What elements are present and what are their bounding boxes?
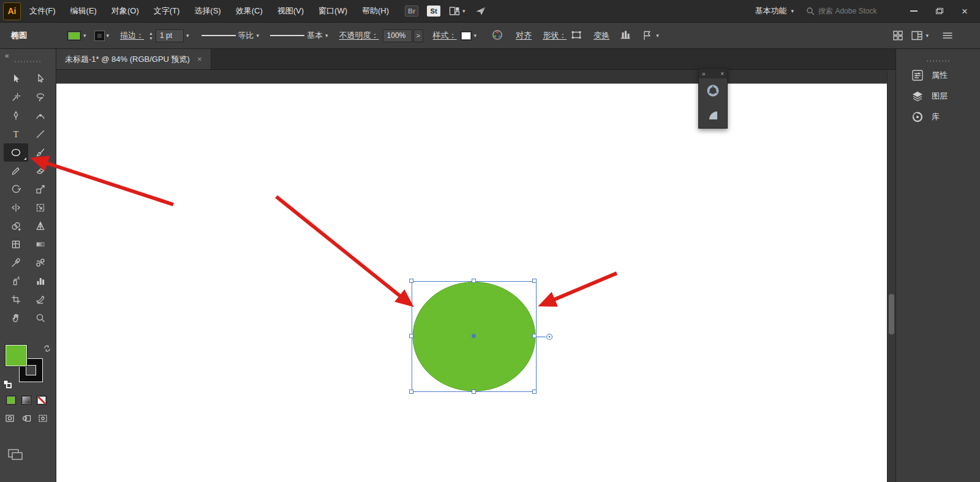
selection-tool[interactable] xyxy=(4,70,28,88)
perspective-grid-tool[interactable] xyxy=(28,217,53,235)
selection-handle[interactable] xyxy=(409,390,413,394)
color-wheel-panel-icon[interactable] xyxy=(699,78,727,103)
blend-tool[interactable] xyxy=(28,254,53,272)
live-shape-widget[interactable] xyxy=(536,333,554,341)
column-graph-tool[interactable] xyxy=(28,272,53,290)
none-button[interactable] xyxy=(37,396,47,405)
stroke-weight-field[interactable]: 1 pt ▾ xyxy=(156,29,189,42)
shape-panel-link[interactable]: 形状： xyxy=(543,30,567,41)
curvature-tool[interactable] xyxy=(28,107,53,125)
arrange-documents-button[interactable]: ▾ xyxy=(449,6,466,16)
menu-edit[interactable]: 编辑(E) xyxy=(70,6,97,17)
stroke-swatch[interactable] xyxy=(95,31,104,40)
align-objects-icon[interactable] xyxy=(619,29,631,42)
selection-handle[interactable] xyxy=(409,334,413,338)
draw-behind-icon[interactable] xyxy=(21,414,31,423)
panel-tab-layers[interactable]: 图层 xyxy=(896,86,980,107)
pen-tool[interactable] xyxy=(4,107,28,125)
fill-color-dropdown[interactable]: ▾ xyxy=(67,31,86,40)
brush-dropdown[interactable]: 基本 ▾ xyxy=(270,30,328,41)
selection-handle[interactable] xyxy=(472,390,476,394)
fill-swatch[interactable] xyxy=(67,31,81,40)
menu-help[interactable]: 帮助(H) xyxy=(362,6,389,17)
vertical-scrollbar[interactable] xyxy=(887,70,895,482)
shape-builder-tool[interactable] xyxy=(4,217,28,235)
rotate-tool[interactable] xyxy=(4,180,28,198)
menu-object[interactable]: 对象(O) xyxy=(111,6,139,17)
hand-tool[interactable] xyxy=(4,309,28,327)
restore-icon[interactable] xyxy=(936,8,943,14)
align-panel-link[interactable]: 对齐 xyxy=(516,30,532,41)
scale-tool[interactable] xyxy=(28,180,53,198)
zoom-tool[interactable] xyxy=(28,309,53,327)
panel-layout-dropdown[interactable]: ▾ xyxy=(911,30,929,41)
center-point[interactable] xyxy=(472,334,476,338)
document-tab[interactable]: 未标题-1* @ 84% (RGB/GPU 预览) × xyxy=(56,49,211,69)
type-tool[interactable]: T xyxy=(4,125,28,143)
selection-handle[interactable] xyxy=(472,279,476,283)
paintbrush-tool[interactable] xyxy=(28,143,53,162)
selected-ellipse[interactable] xyxy=(412,281,537,392)
ellipse-tool[interactable] xyxy=(4,143,28,162)
expand-panel-icon[interactable]: » xyxy=(702,70,706,77)
width-profile-dropdown[interactable]: 等比 ▾ xyxy=(202,30,260,41)
floating-panel-header[interactable]: » × xyxy=(699,69,727,78)
bridge-icon[interactable]: Br xyxy=(405,6,418,17)
recolor-artwork-button[interactable] xyxy=(491,29,503,43)
line-segment-tool[interactable] xyxy=(28,125,53,143)
style-panel-link[interactable]: 样式： xyxy=(433,30,457,41)
constrain-options-dropdown[interactable]: ▾ xyxy=(641,30,659,41)
stock-search[interactable] xyxy=(806,7,897,15)
canvas[interactable] xyxy=(56,70,887,482)
color-button[interactable] xyxy=(6,396,16,405)
control-bar-menu-icon[interactable] xyxy=(942,31,953,40)
stroke-weight-stepper[interactable]: ▲▼ xyxy=(149,31,153,40)
panel-tab-properties[interactable]: 属性 xyxy=(896,65,980,86)
opacity-panel-link[interactable]: 不透明度： xyxy=(339,30,379,41)
stroke-weight-value[interactable]: 1 pt xyxy=(156,29,184,42)
menu-file[interactable]: 文件(F) xyxy=(29,6,56,17)
artboard-tool[interactable] xyxy=(4,290,28,309)
menu-window[interactable]: 窗口(W) xyxy=(318,6,347,17)
shape-properties-icon[interactable] xyxy=(570,29,582,42)
fill-color-swatch[interactable] xyxy=(5,344,28,367)
selection-handle[interactable] xyxy=(532,279,537,283)
menu-type[interactable]: 文字(T) xyxy=(154,6,180,17)
pencil-tool[interactable] xyxy=(4,162,28,180)
gradient-button[interactable] xyxy=(21,396,31,405)
stock-icon[interactable]: St xyxy=(427,6,440,17)
workspace-switcher[interactable]: 基本功能 ▾ xyxy=(755,6,794,17)
lasso-tool[interactable] xyxy=(28,88,53,107)
transform-panel-link[interactable]: 变换 xyxy=(594,30,609,41)
symbol-sprayer-tool[interactable] xyxy=(4,272,28,290)
width-tool[interactable] xyxy=(4,198,28,217)
draw-inside-icon[interactable] xyxy=(38,414,48,423)
screen-mode-button[interactable] xyxy=(7,448,23,463)
minimize-icon[interactable] xyxy=(910,10,918,12)
swap-fill-stroke-icon[interactable] xyxy=(43,344,51,353)
close-icon[interactable]: × xyxy=(962,6,968,17)
selection-handle[interactable] xyxy=(409,279,413,283)
eraser-tool[interactable] xyxy=(28,162,53,180)
opacity-more-button[interactable]: > xyxy=(413,29,423,42)
menu-select[interactable]: 选择(S) xyxy=(194,6,221,17)
menu-effect[interactable]: 效果(C) xyxy=(236,6,263,17)
direct-selection-tool[interactable] xyxy=(28,70,53,88)
style-dropdown[interactable]: ▾ xyxy=(461,31,477,40)
stroke-panel-link[interactable]: 描边： xyxy=(120,30,144,41)
menu-view[interactable]: 视图(V) xyxy=(277,6,304,17)
scrollbar-thumb[interactable] xyxy=(889,294,894,334)
gradient-tool[interactable] xyxy=(28,235,53,254)
pathfinder-panel-icon[interactable] xyxy=(699,103,727,127)
panel-tab-libraries[interactable]: 库 xyxy=(896,107,980,127)
selection-handle[interactable] xyxy=(532,390,537,394)
free-transform-tool[interactable] xyxy=(28,198,53,217)
draw-normal-icon[interactable] xyxy=(5,414,15,423)
collapse-panel-icon[interactable]: « xyxy=(5,51,9,60)
opacity-value[interactable]: 100% xyxy=(383,29,412,42)
panel-grip[interactable] xyxy=(927,60,950,62)
close-panel-icon[interactable]: × xyxy=(720,70,724,77)
panel-grip[interactable] xyxy=(15,61,42,62)
stroke-color-dropdown[interactable]: ▾ xyxy=(95,31,110,40)
share-icon[interactable] xyxy=(475,6,486,16)
